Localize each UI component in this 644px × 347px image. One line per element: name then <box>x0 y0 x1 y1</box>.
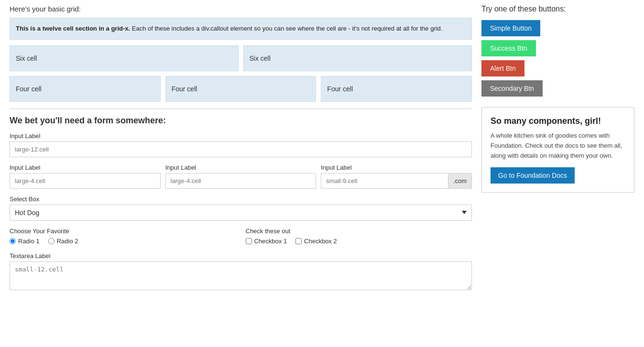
components-callout: So many components, girl! A whole kitche… <box>481 107 634 193</box>
radio-label-1: Radio 1 <box>18 238 40 245</box>
success-button[interactable]: Success Btn <box>481 40 536 56</box>
alert-button[interactable]: Alert Btn <box>481 60 524 76</box>
radio-option-2[interactable]: Radio 2 <box>48 238 78 245</box>
six-cell-1: Six cell <box>10 45 239 71</box>
input-label-3: Input Label <box>165 164 317 171</box>
textarea-field[interactable] <box>10 261 472 290</box>
four-cell-3: Four cell <box>321 76 472 102</box>
main-column: Here's your basic grid: This is a twelve… <box>10 5 472 298</box>
inline-col-1: Input Label <box>10 164 161 189</box>
inline-col-2: Input Label <box>165 164 317 189</box>
six-cell-row: Six cell Six cell <box>10 45 472 71</box>
select-group: Select Box Hot Dog Hamburger Pizza <box>10 195 472 221</box>
six-cell-2: Six cell <box>243 45 472 71</box>
grid-callout-strong: This is a twelve cell section in a grid-… <box>16 25 130 32</box>
grid-heading: Here's your basic grid: <box>10 5 472 13</box>
simple-button[interactable]: Simple Button <box>481 20 540 36</box>
checkbox-input-1[interactable] <box>246 238 252 244</box>
textarea-label: Textarea Label <box>10 252 472 260</box>
input-field-1[interactable] <box>10 141 472 157</box>
input-addon-group: .com <box>321 173 472 189</box>
four-cell-1: Four cell <box>10 76 161 102</box>
input-label-4: Input Label <box>321 164 472 171</box>
grid-callout-desc: Each of these includes a div.callout ele… <box>130 25 442 32</box>
select-label: Select Box <box>10 195 472 203</box>
radio-label-2: Radio 2 <box>57 238 78 245</box>
button-group: Simple Button Success Btn Alert Btn Seco… <box>481 20 634 100</box>
input-group-1: Input Label <box>10 132 472 157</box>
radio-checkbox-row: Choose Your Favorite Radio 1 Radio 2 Che… <box>10 228 472 246</box>
input-field-2[interactable] <box>10 173 161 189</box>
four-cell-row: Four cell Four cell Four cell <box>10 76 472 102</box>
checkbox-label-2: Checkbox 2 <box>304 238 337 245</box>
checkbox-label-1: Checkbox 1 <box>254 238 287 245</box>
radio-group: Choose Your Favorite Radio 1 Radio 2 <box>10 228 236 246</box>
radio-input-2[interactable] <box>48 238 55 244</box>
secondary-button[interactable]: Secondary Btn <box>481 80 543 97</box>
four-cell-2: Four cell <box>165 76 317 102</box>
section-divider <box>10 108 472 109</box>
checkbox-group: Check these out Checkbox 1 Checkbox 2 <box>246 228 472 246</box>
foundation-docs-button[interactable]: Go to Foundation Docs <box>491 167 575 184</box>
grid-callout-text: This is a twelve cell section in a grid-… <box>16 24 466 33</box>
radio-option-1[interactable]: Radio 1 <box>10 238 40 245</box>
checkbox-option-1[interactable]: Checkbox 1 <box>246 238 287 245</box>
callout-body: A whole kitchen sink of goodies comes wi… <box>491 131 625 161</box>
input-field-4[interactable] <box>321 173 448 189</box>
select-box[interactable]: Hot Dog Hamburger Pizza <box>10 205 472 221</box>
inline-col-3: Input Label .com <box>321 164 472 189</box>
sidebar-column: Try one of these buttons: Simple Button … <box>481 5 634 298</box>
form-heading: We bet you'll need a form somewhere: <box>10 116 472 126</box>
input-field-3[interactable] <box>165 173 317 189</box>
input-label-2: Input Label <box>10 164 161 171</box>
checkbox-input-2[interactable] <box>295 238 302 244</box>
radio-group-label: Choose Your Favorite <box>10 228 236 235</box>
grid-callout: This is a twelve cell section in a grid-… <box>10 18 472 40</box>
textarea-group: Textarea Label <box>10 252 472 292</box>
input-addon: .com <box>448 173 472 189</box>
input-label-1: Input Label <box>10 132 472 140</box>
checkbox-option-2[interactable]: Checkbox 2 <box>295 238 337 245</box>
radio-input-1[interactable] <box>10 238 16 244</box>
callout-title: So many components, girl! <box>491 116 625 126</box>
buttons-heading: Try one of these buttons: <box>481 5 634 13</box>
checkbox-group-label: Check these out <box>246 228 472 235</box>
inline-input-row: Input Label Input Label Input Label .com <box>10 164 472 189</box>
